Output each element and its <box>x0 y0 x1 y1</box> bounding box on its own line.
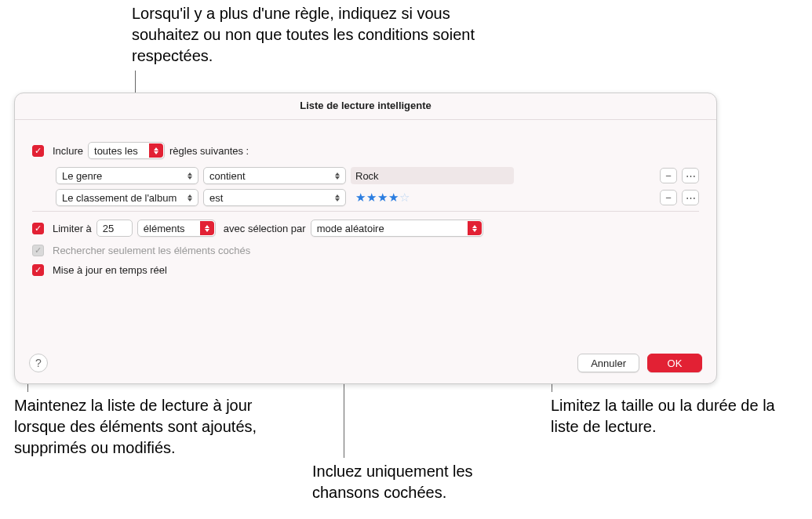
include-label-prefix: Inclure <box>53 145 83 157</box>
rule-field-value: Le classement de l'album <box>62 192 177 204</box>
divider <box>15 119 716 120</box>
rule-condition-select[interactable]: est <box>203 189 346 206</box>
rule-field-value: Le genre <box>62 170 102 182</box>
limit-selection-mode-value: mode aléatoire <box>317 223 384 234</box>
limit-unit-select[interactable]: éléments <box>137 220 216 237</box>
rules-list: Le genre contient Rock − ⋯ <box>56 167 699 206</box>
include-rules-row: ✓ Inclure toutes les règles suivantes : <box>32 142 699 159</box>
chevrons-icon <box>333 169 342 182</box>
callout-match-mode: Lorsqu'il y a plus d'une règle, indiquez… <box>132 3 493 67</box>
chevrons-icon <box>149 143 163 158</box>
help-button[interactable]: ? <box>29 354 48 372</box>
rating-stars-icon: ★★★★☆ <box>355 191 410 205</box>
callout-checked-only: Incluez uniquement les chansons cochées. <box>312 461 516 503</box>
live-update-row: ✓ Mise à jour en temps réel <box>32 264 699 276</box>
live-update-checkbox[interactable]: ✓ <box>32 264 44 276</box>
remove-rule-button[interactable]: − <box>660 168 677 183</box>
limit-selection-mode-select[interactable]: mode aléatoire <box>311 220 483 237</box>
match-checked-only-label: Rechercher seulement les éléments cochés <box>53 245 250 256</box>
rule-more-button[interactable]: ⋯ <box>682 190 699 205</box>
limit-value-input[interactable]: 25 <box>96 220 133 237</box>
include-checkbox[interactable]: ✓ <box>32 145 44 157</box>
rule-condition-select[interactable]: contient <box>203 167 346 184</box>
remove-rule-button[interactable]: − <box>660 190 677 205</box>
rule-condition-value: est <box>209 192 223 204</box>
rule-value-text: Rock <box>355 170 379 182</box>
rule-value-rating[interactable]: ★★★★☆ <box>351 189 514 206</box>
rule-field-select[interactable]: Le genre <box>56 167 198 184</box>
limit-row: ✓ Limiter à 25 éléments avec sélection p… <box>32 220 699 237</box>
chevrons-icon <box>333 191 342 204</box>
dialog-title: Liste de lecture intelligente <box>15 93 716 116</box>
chevrons-icon <box>185 191 195 204</box>
rule-more-button[interactable]: ⋯ <box>682 168 699 183</box>
limit-checkbox[interactable]: ✓ <box>32 223 44 234</box>
cancel-button[interactable]: Annuler <box>577 354 639 372</box>
rule-condition-value: contient <box>209 170 246 182</box>
match-checked-only-row: ✓ Rechercher seulement les éléments coch… <box>32 245 699 256</box>
limit-label: Limiter à <box>53 223 92 234</box>
limit-value-text: 25 <box>103 223 114 234</box>
callout-limit: Limitez la taille ou la durée de la list… <box>551 395 802 437</box>
limit-selection-label: avec sélection par <box>224 223 306 234</box>
callout-live-update: Maintenez la liste de lecture à jour lor… <box>14 395 277 459</box>
ok-button[interactable]: OK <box>647 354 702 372</box>
include-label-suffix: règles suivantes : <box>169 145 249 157</box>
dialog-footer: Annuler OK <box>577 354 702 372</box>
rule-field-select[interactable]: Le classement de l'album <box>56 189 198 206</box>
smart-playlist-dialog: Liste de lecture intelligente ✓ Inclure … <box>14 93 717 384</box>
limit-unit-value: éléments <box>144 223 185 234</box>
match-mode-value: toutes les <box>94 145 138 157</box>
rule-row: Le genre contient Rock − ⋯ <box>56 167 699 184</box>
match-checked-only-checkbox: ✓ <box>32 245 44 256</box>
divider <box>32 211 699 212</box>
chevrons-icon <box>200 221 214 235</box>
chevrons-icon <box>185 169 195 182</box>
match-mode-select[interactable]: toutes les <box>88 142 165 159</box>
live-update-label: Mise à jour en temps réel <box>53 264 167 276</box>
chevrons-icon <box>468 221 482 235</box>
rule-value-textfield[interactable]: Rock <box>351 167 514 184</box>
rule-row: Le classement de l'album est ★★★★☆ − ⋯ <box>56 189 699 206</box>
